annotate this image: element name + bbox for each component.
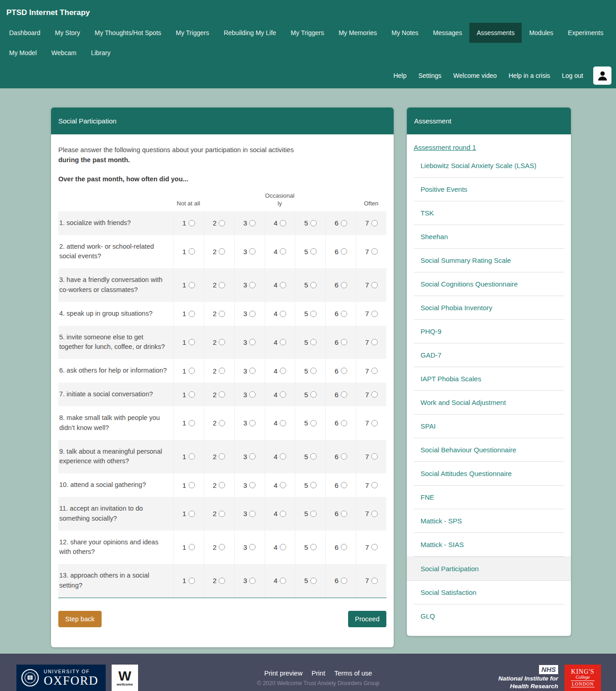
secondary-link-help-in-a-crisis[interactable]: Help in a crisis [508, 72, 550, 79]
radio-q5-2[interactable] [219, 339, 225, 345]
radio-q7-3[interactable] [249, 391, 256, 398]
nav-item-my-triggers[interactable]: My Triggers [169, 23, 216, 43]
assessment-item-positive-events[interactable]: Positive Events [414, 178, 564, 201]
radio-q3-7[interactable] [371, 282, 378, 288]
nav-item-webcam[interactable]: Webcam [44, 43, 84, 63]
secondary-link-log-out[interactable]: Log out [562, 72, 583, 79]
footer-link-terms-of-use[interactable]: Terms of use [334, 670, 372, 677]
radio-q3-2[interactable] [219, 282, 225, 288]
radio-q10-1[interactable] [189, 482, 195, 488]
assessment-item-phq-9[interactable]: PHQ-9 [414, 320, 564, 343]
radio-q7-2[interactable] [219, 391, 225, 398]
assessment-item-liebowitz-social-anxiety-scale-lsas[interactable]: Liebowitz Social Anxiety Scale (LSAS) [414, 154, 564, 178]
radio-q5-4[interactable] [280, 339, 286, 345]
radio-q3-5[interactable] [310, 282, 317, 288]
radio-q13-4[interactable] [280, 578, 286, 584]
nav-item-messages[interactable]: Messages [426, 23, 469, 43]
radio-q11-2[interactable] [219, 511, 225, 517]
secondary-link-help[interactable]: Help [393, 72, 406, 79]
radio-q7-5[interactable] [310, 391, 317, 398]
radio-q10-5[interactable] [310, 482, 317, 488]
radio-q2-5[interactable] [310, 248, 317, 255]
assessment-item-social-cognitions-questionnaire[interactable]: Social Cognitions Questionnaire [414, 272, 564, 296]
radio-q6-3[interactable] [249, 368, 256, 374]
radio-q6-2[interactable] [219, 368, 225, 374]
radio-q10-7[interactable] [371, 482, 378, 488]
radio-q9-6[interactable] [341, 453, 347, 460]
radio-q11-4[interactable] [280, 511, 286, 517]
radio-q5-5[interactable] [310, 339, 317, 345]
assessment-item-sheehan[interactable]: Sheehan [414, 225, 564, 249]
radio-q8-7[interactable] [371, 420, 378, 426]
radio-q11-3[interactable] [249, 511, 256, 517]
nav-item-dashboard[interactable]: Dashboard [2, 23, 48, 43]
radio-q11-5[interactable] [310, 511, 317, 517]
radio-q13-1[interactable] [189, 578, 195, 584]
radio-q3-1[interactable] [189, 282, 195, 288]
radio-q8-3[interactable] [249, 420, 256, 426]
radio-q8-6[interactable] [341, 420, 347, 426]
radio-q7-6[interactable] [341, 391, 347, 398]
radio-q4-1[interactable] [189, 311, 195, 317]
assessment-item-social-summary-rating-scale[interactable]: Social Summary Rating Scale [414, 249, 564, 272]
radio-q11-7[interactable] [371, 511, 378, 517]
radio-q1-6[interactable] [341, 220, 347, 226]
assessment-item-spai[interactable]: SPAI [414, 415, 564, 438]
assessment-item-social-attitudes-questionnaire[interactable]: Social Attitudes Questionnaire [414, 462, 564, 486]
nav-item-modules[interactable]: Modules [522, 23, 560, 43]
nav-item-library[interactable]: Library [84, 43, 118, 63]
assessment-item-fne[interactable]: FNE [414, 486, 564, 509]
radio-q3-6[interactable] [341, 282, 347, 288]
assessment-item-mattick-sps[interactable]: Mattick - SPS [414, 509, 564, 533]
radio-q9-3[interactable] [249, 453, 256, 460]
radio-q3-3[interactable] [249, 282, 256, 288]
radio-q1-2[interactable] [219, 220, 225, 226]
radio-q8-4[interactable] [280, 420, 286, 426]
radio-q1-3[interactable] [249, 220, 256, 226]
radio-q12-7[interactable] [371, 544, 378, 550]
radio-q12-4[interactable] [280, 544, 286, 550]
radio-q9-4[interactable] [280, 453, 286, 460]
radio-q6-1[interactable] [189, 368, 195, 374]
radio-q12-2[interactable] [219, 544, 225, 550]
radio-q4-5[interactable] [310, 311, 317, 317]
radio-q2-2[interactable] [219, 248, 225, 255]
assessment-item-gad-7[interactable]: GAD-7 [414, 343, 564, 367]
radio-q10-4[interactable] [280, 482, 286, 488]
nav-item-experiments[interactable]: Experiments [560, 23, 611, 43]
radio-q9-7[interactable] [371, 453, 378, 460]
nav-item-my-triggers[interactable]: My Triggers [283, 23, 331, 43]
step-back-button[interactable]: Step back [58, 611, 102, 627]
radio-q12-1[interactable] [189, 544, 195, 550]
radio-q2-4[interactable] [280, 248, 286, 255]
radio-q11-1[interactable] [189, 511, 195, 517]
user-avatar-button[interactable] [593, 67, 611, 85]
nav-item-my-model[interactable]: My Model [2, 43, 44, 63]
radio-q13-3[interactable] [249, 578, 256, 584]
radio-q10-3[interactable] [249, 482, 256, 488]
radio-q11-6[interactable] [341, 511, 347, 517]
radio-q4-4[interactable] [280, 311, 286, 317]
radio-q4-6[interactable] [341, 311, 347, 317]
radio-q1-4[interactable] [280, 220, 286, 226]
radio-q7-4[interactable] [280, 391, 286, 398]
assessment-item-mattick-sias[interactable]: Mattick - SIAS [414, 533, 564, 557]
radio-q13-7[interactable] [371, 578, 378, 584]
secondary-link-settings[interactable]: Settings [418, 72, 441, 79]
radio-q2-6[interactable] [341, 248, 347, 255]
radio-q5-6[interactable] [341, 339, 347, 345]
radio-q5-1[interactable] [189, 339, 195, 345]
assessment-item-social-participation[interactable]: Social Participation [407, 557, 571, 581]
nav-item-my-notes[interactable]: My Notes [384, 23, 426, 43]
radio-q3-4[interactable] [280, 282, 286, 288]
radio-q13-2[interactable] [219, 578, 225, 584]
assessment-item-work-and-social-adjustment[interactable]: Work and Social Adjustment [414, 391, 564, 415]
radio-q4-3[interactable] [249, 311, 256, 317]
radio-q9-2[interactable] [219, 453, 225, 460]
footer-link-print[interactable]: Print [312, 670, 325, 677]
radio-q7-7[interactable] [371, 391, 378, 398]
assessment-item-social-satisfaction[interactable]: Social Satisfaction [414, 581, 564, 604]
nav-item-my-story[interactable]: My Story [48, 23, 87, 43]
radio-q1-7[interactable] [371, 220, 378, 226]
radio-q2-3[interactable] [249, 248, 256, 255]
